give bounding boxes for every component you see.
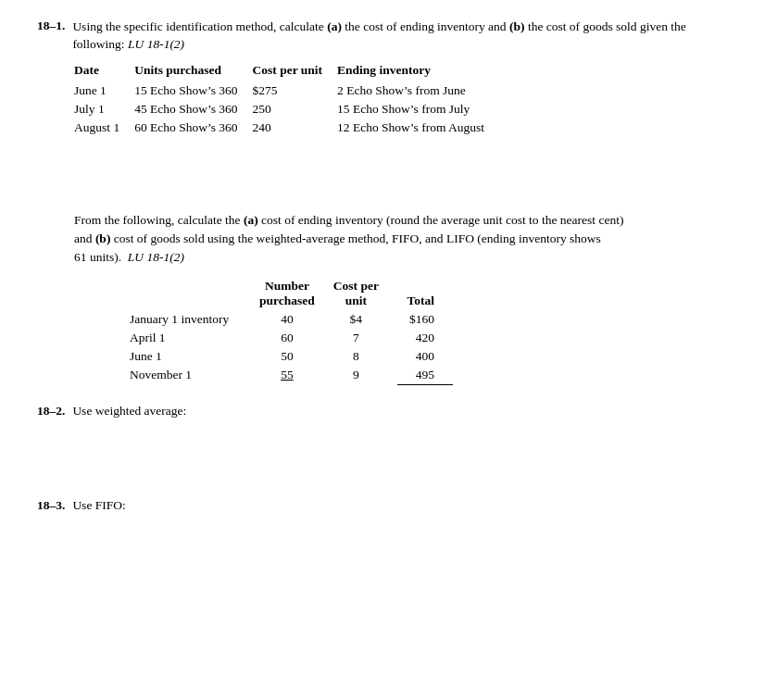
lu-ref-18-1: LU 18-1(2) bbox=[128, 37, 184, 51]
ending-july: 15 Echo Show’s from July bbox=[337, 100, 499, 119]
total-jan: $160 bbox=[397, 310, 453, 329]
intro-lu-ref: LU 18-1(2) bbox=[128, 250, 184, 264]
table-row: June 1 15 Echo Show’s 360 $275 2 Echo Sh… bbox=[74, 81, 499, 100]
ending-june: 2 Echo Show’s from June bbox=[337, 81, 499, 100]
cost-august: 240 bbox=[253, 119, 338, 137]
spacer-1 bbox=[37, 156, 728, 183]
intro-part-b: (b) bbox=[95, 231, 111, 245]
cost-november: 9 bbox=[333, 366, 397, 385]
instruction-text: Using the specific identification method… bbox=[72, 19, 323, 33]
units-june: 15 Echo Show’s 360 bbox=[134, 81, 252, 100]
intro-part-b-text: cost of goods sold using the weighted-av… bbox=[114, 231, 601, 245]
col2-header-line1: Number bbox=[265, 279, 309, 293]
col-ending-header: Ending inventory bbox=[337, 61, 499, 81]
ending-august: 12 Echo Show’s from August bbox=[337, 119, 499, 137]
total-april: 420 bbox=[397, 329, 453, 347]
problem-text-18-1: Using the specific identification method… bbox=[72, 19, 728, 54]
table-row: July 1 45 Echo Show’s 360 250 15 Echo Sh… bbox=[74, 100, 499, 119]
col2-blank-header bbox=[130, 277, 259, 310]
second-intro-text: From the following, calculate the (a) co… bbox=[74, 211, 728, 268]
col2-total-header: Total bbox=[397, 277, 453, 310]
intro-text-1: From the following, calculate the bbox=[74, 213, 241, 227]
problem-number-18-1: 18–1. bbox=[37, 19, 65, 54]
spacer-3 bbox=[37, 433, 728, 461]
table-header-row: Date Units purchased Cost per unit Endin… bbox=[74, 61, 499, 81]
number-jan: 40 bbox=[259, 310, 333, 329]
problem-text-18-3: Use FIFO: bbox=[72, 498, 125, 513]
table-container-18-1: Date Units purchased Cost per unit Endin… bbox=[74, 61, 728, 137]
col2-cost-line1: Cost per bbox=[333, 279, 379, 293]
total-june: 400 bbox=[397, 347, 453, 366]
problem-number-18-3: 18–3. bbox=[37, 498, 65, 513]
cost-july: 250 bbox=[253, 100, 338, 119]
col2-number-header: Number purchased bbox=[259, 277, 333, 310]
col2-cost-line2: unit bbox=[345, 294, 367, 307]
col2-header-line2: purchased bbox=[259, 294, 315, 307]
label-jan: January 1 inventory bbox=[130, 310, 259, 329]
second-table-header-row: Number purchased Cost per unit Total bbox=[130, 277, 453, 310]
cost-april: 7 bbox=[333, 329, 397, 347]
number-june: 50 bbox=[259, 347, 333, 366]
number-april: 60 bbox=[259, 329, 333, 347]
col-cost-header: Cost per unit bbox=[253, 61, 338, 81]
cost-june2: 8 bbox=[333, 347, 397, 366]
problem-18-3: 18–3. Use FIFO: bbox=[37, 498, 728, 513]
table-row: August 1 60 Echo Show’s 360 240 12 Echo … bbox=[74, 119, 499, 137]
number-november: 55 bbox=[259, 366, 333, 385]
problem-number-18-2: 18–2. bbox=[37, 404, 65, 419]
date-july: July 1 bbox=[74, 100, 134, 119]
label-april: April 1 bbox=[130, 329, 259, 347]
table-row: April 1 60 7 420 bbox=[130, 329, 453, 347]
col-date-header: Date bbox=[74, 61, 134, 81]
label-november: November 1 bbox=[130, 366, 259, 385]
units-august: 60 Echo Show’s 360 bbox=[134, 119, 252, 137]
intro-part-a-text: cost of ending inventory (round the aver… bbox=[261, 213, 623, 227]
intro-part-a: (a) bbox=[244, 213, 258, 227]
part-b-label: (b) bbox=[509, 19, 525, 33]
spacer-2 bbox=[37, 183, 728, 211]
table-row: June 1 50 8 400 bbox=[130, 347, 453, 366]
cost-june: $275 bbox=[253, 81, 338, 100]
inventory-table-2: Number purchased Cost per unit Total Jan… bbox=[130, 277, 453, 385]
second-table-container: Number purchased Cost per unit Total Jan… bbox=[130, 277, 728, 385]
cost-jan: $4 bbox=[333, 310, 397, 329]
intro-text-3: 61 units). bbox=[74, 250, 121, 264]
part-a-label: (a) bbox=[327, 19, 342, 33]
date-august: August 1 bbox=[74, 119, 134, 137]
problem-18-2: 18–2. Use weighted average: bbox=[37, 404, 728, 419]
inventory-table-18-1: Date Units purchased Cost per unit Endin… bbox=[74, 61, 499, 137]
problem-18-1: 18–1. Using the specific identification … bbox=[37, 19, 728, 137]
table-row: January 1 inventory 40 $4 $160 bbox=[130, 310, 453, 329]
problem-text-18-2: Use weighted average: bbox=[72, 404, 186, 419]
spacer-4 bbox=[37, 461, 728, 489]
col-units-header: Units purchased bbox=[134, 61, 252, 81]
label-june: June 1 bbox=[130, 347, 259, 366]
units-july: 45 Echo Show’s 360 bbox=[134, 100, 252, 119]
intro-text-2: and bbox=[74, 231, 93, 245]
table-row: November 1 55 9 495 bbox=[130, 366, 453, 385]
total-november: 495 bbox=[397, 366, 453, 385]
problem-header-18-1: 18–1. Using the specific identification … bbox=[37, 19, 728, 54]
date-june: June 1 bbox=[74, 81, 134, 100]
part-a-text: the cost of ending inventory and bbox=[345, 19, 506, 33]
col2-cost-header: Cost per unit bbox=[333, 277, 397, 310]
